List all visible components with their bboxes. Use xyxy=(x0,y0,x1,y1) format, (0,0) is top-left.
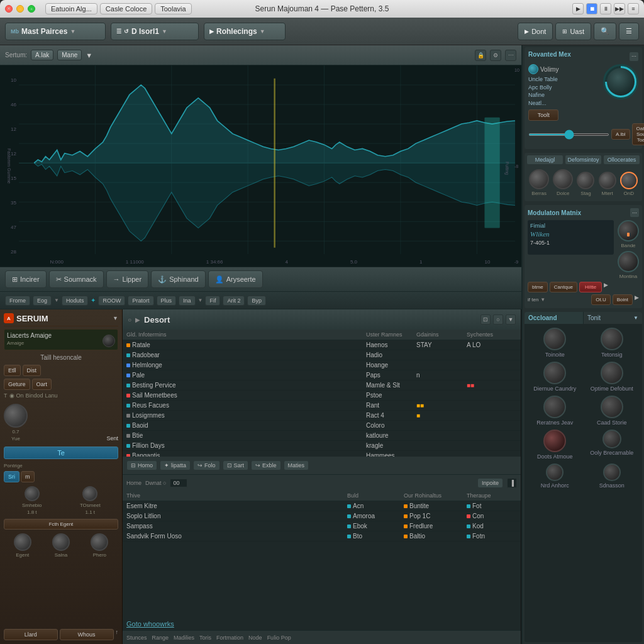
preset-knob[interactable] xyxy=(103,335,115,347)
maximize-button[interactable]: + xyxy=(28,5,35,13)
browser-icon-1[interactable]: ⊡ xyxy=(480,314,491,325)
stag-knob[interactable] xyxy=(577,172,594,189)
mtert-knob[interactable] xyxy=(599,172,616,189)
fcth-button[interactable]: Fcth Egent xyxy=(4,519,118,530)
albl-button[interactable]: A.lbl xyxy=(611,129,630,140)
goto-link[interactable]: Goto whoowrks xyxy=(126,620,174,628)
master-preset-selector[interactable]: Mb Mast Pairces ▼ xyxy=(5,23,106,40)
hoduts-button[interactable]: Hoduts xyxy=(62,296,89,306)
dont-button[interactable]: ▶ Dont xyxy=(518,23,553,40)
slider-icon[interactable]: ▐ xyxy=(507,478,517,488)
play-button[interactable]: ▶ xyxy=(572,3,584,14)
berras-knob[interactable] xyxy=(529,169,549,189)
tosmeet-knob[interactable] xyxy=(82,486,97,501)
browser-row-5[interactable]: Sail Memetbees Pstoe xyxy=(123,391,521,401)
boint-button[interactable]: Boint xyxy=(613,294,633,305)
browser-row-8[interactable]: Baoid Coloro xyxy=(123,421,521,431)
browser-row-11[interactable]: Bangantis Hammees xyxy=(123,451,521,457)
geture-button[interactable]: Geture xyxy=(4,379,30,390)
dolce-knob[interactable] xyxy=(553,169,573,189)
browser-row-6[interactable]: Reus Facues Rant ■■ xyxy=(123,401,521,411)
hiltte-button[interactable]: Hiltte xyxy=(579,282,602,292)
tetonsig-knob[interactable] xyxy=(601,328,623,350)
smhebio-knob[interactable] xyxy=(25,486,40,501)
arrow-right-mod[interactable]: ▶ xyxy=(604,282,608,292)
browser-row-3[interactable]: Pale Paps n xyxy=(123,370,521,380)
minimize-button[interactable]: − xyxy=(16,5,24,13)
more-icon[interactable]: ⋯ xyxy=(505,50,516,61)
filter-slider[interactable] xyxy=(528,133,609,136)
ten-dropdown-icon[interactable]: ▼ xyxy=(540,297,545,303)
occloand-tab[interactable]: Occloand xyxy=(525,312,584,324)
browser-row-9[interactable]: Btie katloure xyxy=(123,431,521,441)
defomsintoy-tab[interactable]: Defomsintoy xyxy=(565,155,601,164)
modulation-more-icon[interactable]: ⋯ xyxy=(630,208,639,217)
byp-button[interactable]: Byp xyxy=(247,296,266,306)
pause-button[interactable]: ⏸ xyxy=(600,3,611,14)
sart-button[interactable]: ⊡ Sart xyxy=(223,460,249,470)
otlu-button[interactable]: Ot.U xyxy=(591,294,610,305)
ollocerates-tab[interactable]: Ollocerates xyxy=(604,155,640,164)
toolavia-button[interactable]: Toolavia xyxy=(155,3,191,14)
secondary-preset-selector[interactable]: ☰ ↺ D Isorl1 ▼ xyxy=(111,23,199,40)
bbt-row-0[interactable]: Esem Kitre Acn Buntite Fot xyxy=(123,501,521,511)
frome-button[interactable]: Frome xyxy=(5,296,30,306)
bbt-row-1[interactable]: Soplo Litlion Amoroa Pop 1C Con xyxy=(123,511,521,521)
browser-row-1[interactable]: Radobear Hadio xyxy=(123,350,521,360)
coloce-button[interactable]: Casle Coloce xyxy=(100,3,152,14)
main-knob[interactable] xyxy=(603,64,638,99)
waveform-display[interactable]: 10 46 12 12 15 35 47 28 xyxy=(0,65,521,267)
arrow-up-icon[interactable]: ↑ xyxy=(116,629,119,640)
settings-icon[interactable]: ⚙ xyxy=(490,50,501,61)
dist-button[interactable]: Dist xyxy=(23,365,42,376)
mane-button[interactable]: Mane xyxy=(57,50,82,60)
bbt-row-2[interactable]: Sampass Ebok Fredlure Kod xyxy=(123,521,521,531)
reratnes-knob[interactable] xyxy=(543,396,566,418)
alak-button[interactable]: A.lak xyxy=(31,50,53,60)
medajgl-tab[interactable]: Medajgl xyxy=(527,155,563,164)
te-button[interactable]: Te xyxy=(4,447,118,459)
browser-icon-2[interactable]: ○ xyxy=(493,314,503,325)
search-button[interactable]: 🔍 xyxy=(594,23,616,40)
sri-button[interactable]: Sri xyxy=(4,471,19,482)
browser-row-0[interactable]: Ratale Haenos STAY A LO xyxy=(123,340,521,350)
page-input[interactable] xyxy=(170,479,187,487)
roow-button[interactable]: ROOW xyxy=(98,296,125,306)
browser-row-2[interactable]: Helmlonge Hoange xyxy=(123,360,521,370)
incirer-button[interactable]: ⊞ Incirer xyxy=(5,270,47,288)
forward-button[interactable]: ▶▶ xyxy=(614,3,625,14)
toinoite-knob[interactable] xyxy=(543,328,566,350)
eog-button[interactable]: Eog xyxy=(33,296,52,306)
inpoite-button[interactable]: Inpoite xyxy=(477,478,503,488)
maties-button[interactable]: Maties xyxy=(284,460,309,470)
folo-button[interactable]: ↪ Folo xyxy=(193,460,220,470)
doots-knob[interactable] xyxy=(543,430,566,452)
cantque-button[interactable]: Cantque xyxy=(550,282,577,292)
sphinand-button[interactable]: ⚓ Sphinand xyxy=(151,270,206,288)
nrd-knob[interactable] xyxy=(546,464,564,481)
browser-row-4[interactable]: Besting Pervice Mamle & Slt ■■ xyxy=(123,380,521,391)
etll-button[interactable]: Etll xyxy=(4,365,21,376)
caad-knob[interactable] xyxy=(601,396,623,418)
sdnasson-knob[interactable] xyxy=(603,464,621,481)
knob-07[interactable] xyxy=(4,404,28,428)
lipper-button[interactable]: → Lipper xyxy=(106,270,149,288)
arrow-right-mod-2[interactable]: ▶ xyxy=(635,294,639,305)
pratort-button[interactable]: Pratort xyxy=(128,296,153,306)
bbt-row-3[interactable]: Sandvik Form Uoso Bto Baltio Fotn xyxy=(123,531,521,541)
tertiary-preset-selector[interactable]: ▶ Rohlecings ▼ xyxy=(204,23,286,40)
aryseerte-button[interactable]: 👤 Aryseerte xyxy=(208,270,263,288)
stop-button[interactable]: ⏹ xyxy=(586,3,597,14)
optime-knob[interactable] xyxy=(601,362,623,384)
egent-knob[interactable] xyxy=(14,533,31,551)
fif-button[interactable]: Fif xyxy=(205,296,220,306)
rovanted-more-icon[interactable]: ⋯ xyxy=(630,52,638,61)
ooly-knob[interactable] xyxy=(602,430,621,448)
browser-row-7[interactable]: Losigrnmes Ract 4 ■ xyxy=(123,411,521,421)
ond-knob[interactable] xyxy=(620,172,638,189)
whous-button[interactable]: Whous xyxy=(60,629,114,640)
oatm-button[interactable]: Oatm Soup Toan xyxy=(632,123,644,145)
bande-knob[interactable] xyxy=(618,220,639,242)
soumnack-button[interactable]: ✂ Soumnack xyxy=(49,270,104,288)
homo-button[interactable]: ⊟ Homo xyxy=(126,460,157,470)
